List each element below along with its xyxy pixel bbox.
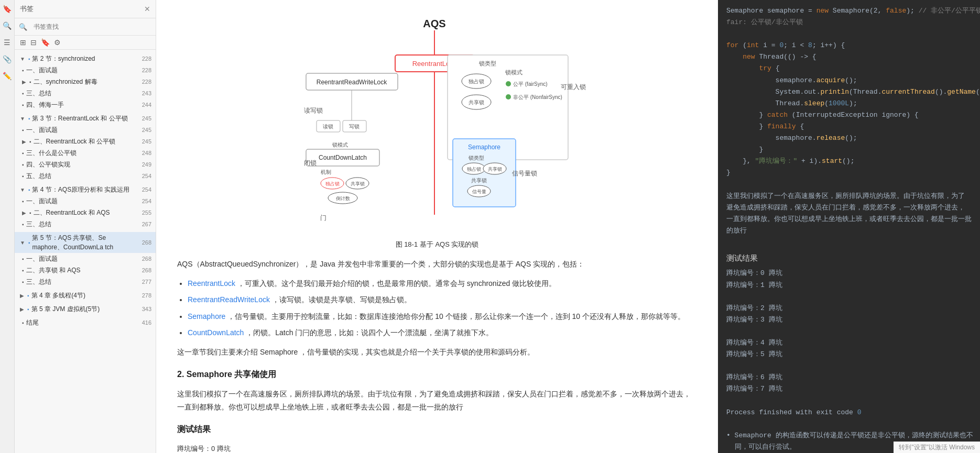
bookmark-icon[interactable]: 🔖 [2, 3, 13, 15]
sidebar-title: 书签 [20, 4, 34, 14]
list-item: ▪结尾 416 [15, 316, 156, 329]
sidebar-item-ch5-3[interactable]: ▪三、总结 277 [15, 276, 156, 288]
section-icon: ▪ [22, 172, 24, 180]
section-label: 二、ReentrantLock 和 公平锁 [34, 137, 116, 146]
search-input[interactable] [30, 21, 151, 32]
section-icon: ▪ [29, 209, 31, 217]
code-line: 的放行 [726, 225, 972, 237]
page-number: 254 [137, 185, 151, 194]
bookmark-list-icon[interactable]: 🔖 [41, 38, 50, 47]
page-number: 254 [137, 197, 151, 206]
chapter-dot: ▪ [27, 292, 29, 300]
reentrantlock-link[interactable]: ReentrantLock [188, 279, 235, 288]
svg-text:锁类型: 锁类型 [468, 155, 484, 161]
expand-all-icon[interactable]: ⊞ [20, 38, 26, 47]
description-text: 这里我们模拟了一个在高速服务区，厕所排队蹲坑的场景。由于坑位有限，为了避免造成拥… [177, 388, 697, 414]
section-label: 二、synchronized 解毒 [34, 77, 97, 86]
chapter-dot: ▪ [28, 239, 30, 247]
result-0: 蹲坑编号：0 蹲坑 [177, 443, 697, 453]
sidebar-content: ▼ ▪ 第 2 节：synchronized 228 ▪ 一、面试题 228 ▶… [15, 50, 156, 453]
page-number: 245 [137, 126, 151, 135]
sidebar-item-ch5-1[interactable]: ▪一、面试题 268 [15, 253, 156, 264]
expand-icon: ▼ [20, 239, 25, 247]
page-number: 254 [137, 172, 151, 181]
svg-text:非公平 (NonfairSync): 非公平 (NonfairSync) [513, 94, 562, 100]
svg-text:写锁: 写锁 [349, 124, 360, 129]
svg-text:独占锁: 独占锁 [469, 79, 484, 84]
expand-icon: ▶ [22, 138, 26, 146]
search-icon[interactable]: 🔍 [2, 20, 13, 31]
chapter-label: 第 5 节：AQS 共享锁、Se maphore、CountDownLa tch [32, 233, 137, 252]
code-line: for (int i = 0; i < 8; i++) { [726, 40, 972, 51]
svg-text:可重入锁: 可重入锁 [561, 83, 586, 91]
svg-point-13 [506, 81, 511, 86]
sidebar-item-ch2-3[interactable]: ▪ 三、总结 243 [15, 87, 156, 99]
sidebar-item-ch6[interactable]: ▶ ▪ 第 4 章 多线程(4节) 278 [15, 290, 156, 301]
sidebar-item-ch2[interactable]: ▼ ▪ 第 2 节：synchronized 228 [15, 53, 156, 64]
page-number: 245 [137, 137, 151, 146]
svg-text:公平 (fairSync): 公平 (fairSync) [513, 81, 548, 87]
svg-text:共享锁: 共享锁 [469, 100, 484, 105]
collapse-all-icon[interactable]: ⊟ [30, 38, 37, 47]
toc-icon[interactable]: ☰ [2, 37, 13, 48]
list-item: ▼ ▪ 第 3 节：ReentrantLock 和 公平锁 245 ▪一、面试题… [15, 112, 156, 183]
code-line: new Thread(() -> { [726, 51, 972, 63]
svg-text:CountDownLatch: CountDownLatch [319, 154, 367, 161]
sidebar-item-ch3-1[interactable]: ▪一、面试题 245 [15, 124, 156, 136]
code-line [726, 360, 972, 372]
countdownlatch-link[interactable]: CountDownLatch [188, 328, 244, 337]
chapter-dot: ▪ [28, 186, 30, 194]
page-number: 416 [137, 318, 151, 327]
sidebar-item-ch5-2[interactable]: ▪二、共享锁 和 AQS 268 [15, 264, 156, 276]
sidebar-item-ch3[interactable]: ▼ ▪ 第 3 节：ReentrantLock 和 公平锁 245 [15, 113, 156, 124]
code-line: try { [726, 63, 972, 74]
page-number: 248 [137, 149, 151, 158]
sidebar-item-end[interactable]: ▪结尾 416 [15, 317, 156, 328]
code-line: Process finished with exit code 0 [726, 407, 972, 418]
sidebar-item-ch4-2[interactable]: ▶ ▪ 二、ReentrantLock 和 AQS 255 [15, 207, 156, 218]
feature-list: ReentrantLock ，可重入锁。这个是我们最开始介绍的锁，也是最常用的锁… [188, 277, 697, 339]
section-icon: ▪ [22, 220, 24, 228]
list-item-countdownlatch: CountDownLatch ，闭锁。Latch 门闩的意思，比如：说四个人一个… [188, 326, 697, 339]
section-label: 四、傅海一手 [26, 100, 64, 109]
code-line: 蹲坑编号：4 蹲坑 [726, 337, 972, 349]
intro-text: AQS（AbstractQueuedSynchronizer），是 Java 并… [177, 258, 697, 271]
sidebar-item-ch2-1[interactable]: ▪ 一、面试题 228 [15, 64, 156, 76]
annotation-icon[interactable]: ✏️ [2, 70, 13, 82]
code-line: 蹲坑编号：5 蹲坑 [726, 349, 972, 360]
sidebar-item-ch2-2[interactable]: ▶ ▪ 二、synchronized 解毒 228 [15, 76, 156, 87]
sidebar-item-ch3-3[interactable]: ▪三、什么是公平锁 248 [15, 147, 156, 159]
sidebar-item-ch3-5[interactable]: ▪五、总结 254 [15, 170, 156, 182]
bottom-bar: 转到"设置"以激活 Windows [894, 441, 980, 453]
svg-text:锁模式: 锁模式 [505, 69, 522, 75]
sidebar-item-ch3-4[interactable]: ▪四、公平锁实现 249 [15, 159, 156, 170]
list-item-semaphore: Semaphore ，信号量锁。主要用于控制流量，比如：数据库连接池给你分配 1… [188, 310, 697, 323]
bottom-bar-text[interactable]: 转到"设置"以激活 Windows [899, 444, 975, 451]
aqs-diagram: AQS ReentrantLock 锁类型 独占锁 [280, 16, 594, 236]
sidebar-item-ch4-1[interactable]: ▪一、面试题 254 [15, 195, 156, 207]
sidebar-item-ch5[interactable]: ▼ ▪ 第 5 节：AQS 共享锁、Se maphore、CountDownLa… [15, 232, 156, 253]
section-icon: ▪ [29, 78, 31, 86]
code-line: 蹲坑编号：2 蹲坑 [726, 303, 972, 314]
page-number: 228 [137, 66, 151, 75]
close-icon[interactable]: ✕ [144, 5, 150, 13]
sidebar-item-ch4[interactable]: ▼ ▪ 第 4 节：AQS原理分析和 实践运用 254 [15, 184, 156, 195]
section-label: 三、总结 [26, 277, 51, 286]
sidebar-item-ch3-2[interactable]: ▶ ▪ 二、ReentrantLock 和 公平锁 245 [15, 136, 156, 147]
sidebar-item-ch2-4[interactable]: ▪ 四、傅海一手 244 [15, 99, 156, 111]
sidebar-item-ch7[interactable]: ▶ ▪ 第 5 章 JVM 虚拟机(5节) 343 [15, 303, 156, 315]
code-line: fair: 公平锁/非公平锁 [726, 17, 972, 28]
sidebar-item-ch4-3[interactable]: ▪三、总结 267 [15, 218, 156, 230]
content-text: AQS（AbstractQueuedSynchronizer），是 Java 并… [177, 258, 697, 453]
attachment-icon[interactable]: 📎 [2, 53, 13, 65]
code-line: }, "蹲坑编号：" + i).start(); [726, 156, 972, 167]
icon-bar: 🔖 🔍 ☰ 📎 ✏️ [0, 0, 15, 453]
code-line: 一直到都释放。你也可以想成早上坐地铁上班，或者旺季去去公园，都是一批一批 [726, 214, 972, 225]
svg-text:倒计数: 倒计数 [336, 196, 350, 201]
svg-text:门: 门 [320, 214, 326, 222]
expand-icon: ▶ [20, 305, 24, 313]
doc-area[interactable]: AQS ReentrantLock 锁类型 独占锁 [156, 0, 718, 453]
semaphore-link[interactable]: Semaphore [188, 312, 225, 321]
reentrantreadwritelock-link[interactable]: ReentrantReadWriteLock [188, 295, 270, 304]
settings-icon[interactable]: ⚙ [54, 38, 61, 47]
